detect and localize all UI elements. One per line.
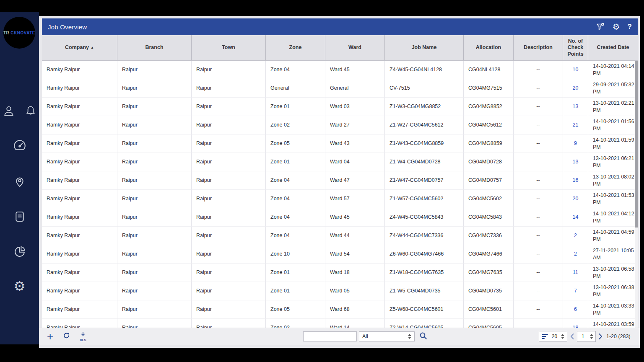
- column-header-branch[interactable]: Branch: [117, 35, 192, 60]
- checkpoints-link[interactable]: 10: [563, 61, 588, 79]
- next-page-button[interactable]: [598, 333, 603, 340]
- table-row[interactable]: Ramky Raipur Raipur Raipur Zone 05 Ward …: [42, 300, 638, 319]
- cell-company: Ramky Raipur: [42, 319, 117, 328]
- cell-zone: Zone 04: [266, 190, 325, 208]
- table-row[interactable]: Ramky Raipur Raipur Raipur Zone 04 Ward …: [42, 171, 638, 190]
- cell-zone: Zone 04: [266, 208, 325, 227]
- column-header-allocation[interactable]: Allocation: [464, 35, 514, 60]
- table-row[interactable]: Ramky Raipur Raipur Raipur Zone 04 Ward …: [42, 227, 638, 245]
- main-panel: Job Overview ⚙ ? Company ▲ Branch Town Z…: [39, 16, 640, 348]
- refresh-button[interactable]: [62, 332, 70, 341]
- settings-gear-icon[interactable]: ⚙: [613, 23, 620, 31]
- cell-company: Ramky Raipur: [42, 116, 117, 134]
- table-row[interactable]: Ramky Raipur Raipur Raipur Zone 01 Ward …: [42, 153, 638, 171]
- table-row[interactable]: Ramky Raipur Raipur Raipur Zone 02 Ward …: [42, 116, 638, 134]
- filter-icon[interactable]: [596, 23, 605, 31]
- cell-town: Raipur: [192, 300, 266, 319]
- cell-town: Raipur: [192, 134, 266, 153]
- checkpoints-link[interactable]: 14: [563, 208, 588, 227]
- table-row[interactable]: Ramky Raipur Raipur Raipur Zone 10 Ward …: [42, 245, 638, 264]
- table-row[interactable]: Ramky Raipur Raipur Raipur Zone 04 Ward …: [42, 190, 638, 208]
- checkpoints-link[interactable]: 9: [563, 134, 588, 153]
- vertical-scrollbar[interactable]: [635, 61, 638, 328]
- cell-allocation: CG04MG8859: [464, 134, 514, 153]
- cell-description: --: [514, 190, 563, 208]
- cell-allocation: CG04NL4128: [464, 61, 514, 79]
- table-row[interactable]: Ramky Raipur Raipur Raipur Zone 01 Ward …: [42, 98, 638, 116]
- column-header-town[interactable]: Town: [192, 35, 266, 60]
- sidebar-item-notifications[interactable]: [23, 104, 39, 120]
- add-job-button[interactable]: +: [47, 331, 53, 342]
- cell-zone: Zone 02: [266, 116, 325, 134]
- checkpoints-link[interactable]: 16: [563, 171, 588, 190]
- cell-ward: Ward 45: [325, 61, 385, 79]
- sidebar-item-reports[interactable]: [12, 209, 28, 225]
- checkpoints-link[interactable]: 7: [563, 282, 588, 300]
- table-row[interactable]: Ramky Raipur Raipur Raipur Zone 05 Ward …: [42, 134, 638, 153]
- column-header-ward[interactable]: Ward: [325, 35, 385, 60]
- column-header-zone[interactable]: Zone: [266, 35, 325, 60]
- cell-ward: Ward 27: [325, 116, 385, 134]
- sidebar-item-dashboard[interactable]: [12, 138, 28, 154]
- checkpoints-link[interactable]: 13: [563, 153, 588, 171]
- column-header-created-date[interactable]: Created Date: [588, 35, 638, 60]
- table-row[interactable]: Ramky Raipur Raipur Raipur General Gener…: [42, 79, 638, 98]
- column-header-description[interactable]: Description: [514, 35, 563, 60]
- checkpoints-link[interactable]: 2: [563, 227, 588, 245]
- cell-branch: Raipur: [117, 245, 192, 264]
- cell-job-name: Z1-W57-CG04MC5602: [385, 190, 464, 208]
- export-xls-button[interactable]: XLS: [80, 331, 86, 342]
- previous-page-button[interactable]: [570, 333, 574, 340]
- checkpoints-link[interactable]: 11: [563, 264, 588, 282]
- cell-town: Raipur: [192, 153, 266, 171]
- column-header-company[interactable]: Company ▲: [42, 35, 117, 60]
- pagination-range-label: 1-20 (283): [606, 334, 631, 339]
- cell-ward: General: [325, 79, 385, 98]
- checkpoints-link[interactable]: 13: [563, 98, 588, 116]
- table-row[interactable]: Ramky Raipur Raipur Raipur Zone 01 Ward …: [42, 264, 638, 282]
- filter-column-select[interactable]: All: [359, 331, 415, 341]
- search-input[interactable]: [303, 331, 357, 341]
- chevron-left-icon: [570, 333, 574, 340]
- sort-asc-icon: ▲: [91, 46, 94, 50]
- user-icon: [3, 105, 15, 119]
- checkpoints-link[interactable]: 20: [563, 190, 588, 208]
- table-row[interactable]: Ramky Raipur Raipur Raipur Zone 02 Ward …: [42, 319, 638, 328]
- sidebar-item-profile[interactable]: [1, 104, 17, 120]
- cell-ward: Ward 68: [325, 300, 385, 319]
- cell-created-date: 13-10-2021 08:02 PM: [588, 171, 638, 190]
- checkpoints-link[interactable]: 2: [563, 245, 588, 264]
- checkpoints-link[interactable]: 21: [563, 116, 588, 134]
- scrollbar-thumb[interactable]: [635, 61, 638, 228]
- cell-job-name: Z1-W47-CG04MD0757: [385, 171, 464, 190]
- bell-icon: [24, 105, 37, 119]
- cell-ward: Ward 14: [325, 319, 385, 328]
- cell-company: Ramky Raipur: [42, 134, 117, 153]
- sidebar-item-analytics[interactable]: [12, 245, 28, 261]
- page-size-select[interactable]: 20: [539, 331, 567, 342]
- search-button[interactable]: [419, 331, 428, 342]
- select-spinner-icon: [408, 334, 411, 339]
- speedometer-icon: [13, 138, 27, 154]
- sidebar-item-tracking[interactable]: [12, 174, 28, 190]
- sidebar-item-settings[interactable]: ⚙: [12, 278, 28, 294]
- cell-job-name: Z4-W45-CG04NL4128: [385, 61, 464, 79]
- page-number-input[interactable]: 1: [577, 331, 596, 342]
- help-icon[interactable]: ?: [628, 23, 632, 31]
- table-row[interactable]: Ramky Raipur Raipur Raipur Zone 04 Ward …: [42, 61, 638, 79]
- table-row[interactable]: Ramky Raipur Raipur Raipur Zone 04 Ward …: [42, 208, 638, 227]
- column-header-checkpoints[interactable]: No. of Check Points: [563, 35, 588, 60]
- cell-branch: Raipur: [117, 134, 192, 153]
- checkpoints-link[interactable]: 6: [563, 300, 588, 319]
- list-lines-icon: [542, 334, 548, 339]
- checkpoints-link[interactable]: 20: [563, 79, 588, 98]
- page-size-value: 20: [552, 334, 557, 339]
- cell-allocation: CG04MC5843: [464, 208, 514, 227]
- checkpoints-link[interactable]: 18: [563, 319, 588, 328]
- cell-company: Ramky Raipur: [42, 171, 117, 190]
- column-header-job-name[interactable]: Job Name: [385, 35, 464, 60]
- app-logo[interactable]: TR CKNOVATE: [3, 17, 35, 49]
- table-row[interactable]: Ramky Raipur Raipur Raipur Zone 01 Ward …: [42, 282, 638, 300]
- cell-job-name: Z1-W5-CG04MD0735: [385, 282, 464, 300]
- cell-town: Raipur: [192, 264, 266, 282]
